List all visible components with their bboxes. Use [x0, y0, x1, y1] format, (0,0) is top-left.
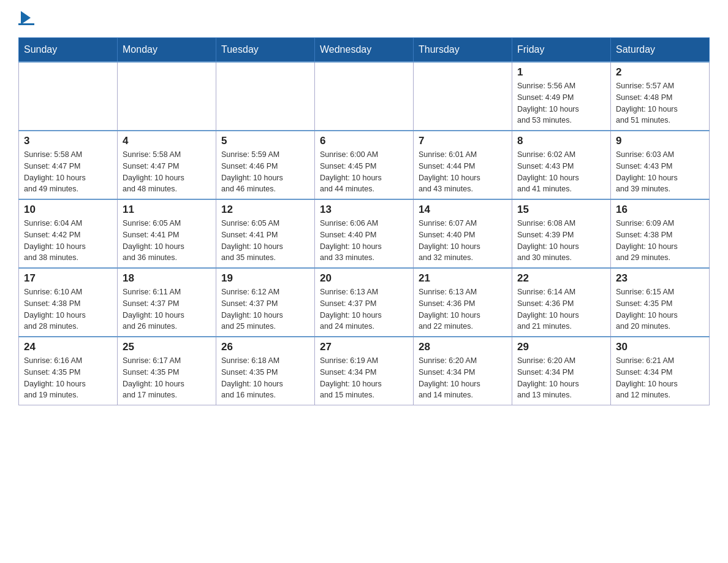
calendar-cell: 23Sunrise: 6:15 AM Sunset: 4:35 PM Dayli…: [611, 268, 710, 337]
day-number: 21: [419, 272, 507, 285]
calendar-cell: 5Sunrise: 5:59 AM Sunset: 4:46 PM Daylig…: [216, 131, 315, 199]
day-info: Sunrise: 6:13 AM Sunset: 4:36 PM Dayligh…: [419, 286, 507, 332]
calendar-week-5: 24Sunrise: 6:16 AM Sunset: 4:35 PM Dayli…: [19, 337, 710, 405]
calendar-cell: 22Sunrise: 6:14 AM Sunset: 4:36 PM Dayli…: [512, 268, 611, 337]
day-info: Sunrise: 6:09 AM Sunset: 4:38 PM Dayligh…: [616, 218, 704, 264]
calendar-cell: 9Sunrise: 6:03 AM Sunset: 4:43 PM Daylig…: [611, 131, 710, 199]
day-number: 12: [221, 204, 309, 216]
day-number: 22: [517, 272, 605, 285]
day-number: 11: [123, 204, 211, 216]
day-number: 29: [517, 341, 605, 353]
logo-arrow-icon: [21, 11, 31, 25]
day-info: Sunrise: 6:16 AM Sunset: 4:35 PM Dayligh…: [24, 355, 112, 401]
day-info: Sunrise: 5:56 AM Sunset: 4:49 PM Dayligh…: [517, 80, 605, 126]
calendar-cell: 25Sunrise: 6:17 AM Sunset: 4:35 PM Dayli…: [118, 337, 216, 405]
day-number: 7: [419, 135, 507, 147]
calendar-header-tuesday: Tuesday: [216, 38, 315, 63]
day-number: 28: [419, 341, 507, 353]
day-info: Sunrise: 6:10 AM Sunset: 4:38 PM Dayligh…: [24, 286, 112, 332]
day-info: Sunrise: 5:57 AM Sunset: 4:48 PM Dayligh…: [616, 80, 704, 126]
day-info: Sunrise: 5:58 AM Sunset: 4:47 PM Dayligh…: [24, 149, 112, 195]
day-number: 15: [517, 204, 605, 216]
calendar-cell: 30Sunrise: 6:21 AM Sunset: 4:34 PM Dayli…: [611, 337, 710, 405]
day-info: Sunrise: 6:03 AM Sunset: 4:43 PM Dayligh…: [616, 149, 704, 195]
calendar-cell: 7Sunrise: 6:01 AM Sunset: 4:44 PM Daylig…: [414, 131, 512, 199]
day-number: 16: [616, 204, 704, 216]
day-number: 20: [320, 272, 408, 285]
day-info: Sunrise: 6:19 AM Sunset: 4:34 PM Dayligh…: [320, 355, 408, 401]
calendar-cell: [19, 62, 118, 131]
day-number: 26: [221, 341, 309, 353]
day-number: 24: [24, 341, 112, 353]
calendar-cell: 26Sunrise: 6:18 AM Sunset: 4:35 PM Dayli…: [216, 337, 315, 405]
calendar-cell: 27Sunrise: 6:19 AM Sunset: 4:34 PM Dayli…: [315, 337, 414, 405]
calendar-cell: 1Sunrise: 5:56 AM Sunset: 4:49 PM Daylig…: [512, 62, 611, 131]
day-info: Sunrise: 6:08 AM Sunset: 4:39 PM Dayligh…: [517, 218, 605, 264]
calendar-cell: [315, 62, 414, 131]
day-info: Sunrise: 5:58 AM Sunset: 4:47 PM Dayligh…: [123, 149, 211, 195]
calendar-week-2: 3Sunrise: 5:58 AM Sunset: 4:47 PM Daylig…: [19, 131, 710, 199]
calendar-cell: [118, 62, 216, 131]
calendar-cell: 16Sunrise: 6:09 AM Sunset: 4:38 PM Dayli…: [611, 199, 710, 268]
day-number: 10: [24, 204, 112, 216]
calendar-cell: 18Sunrise: 6:11 AM Sunset: 4:37 PM Dayli…: [118, 268, 216, 337]
day-info: Sunrise: 6:18 AM Sunset: 4:35 PM Dayligh…: [221, 355, 309, 401]
day-info: Sunrise: 6:14 AM Sunset: 4:36 PM Dayligh…: [517, 286, 605, 332]
day-number: 3: [24, 135, 112, 147]
calendar-cell: 21Sunrise: 6:13 AM Sunset: 4:36 PM Dayli…: [414, 268, 512, 337]
calendar-cell: 11Sunrise: 6:05 AM Sunset: 4:41 PM Dayli…: [118, 199, 216, 268]
day-info: Sunrise: 6:15 AM Sunset: 4:35 PM Dayligh…: [616, 286, 704, 332]
day-info: Sunrise: 6:05 AM Sunset: 4:41 PM Dayligh…: [221, 218, 309, 264]
calendar-cell: [216, 62, 315, 131]
day-number: 30: [616, 341, 704, 353]
calendar-cell: 8Sunrise: 6:02 AM Sunset: 4:43 PM Daylig…: [512, 131, 611, 199]
calendar-table: SundayMondayTuesdayWednesdayThursdayFrid…: [18, 37, 710, 405]
day-info: Sunrise: 6:04 AM Sunset: 4:42 PM Dayligh…: [24, 218, 112, 264]
calendar-cell: 15Sunrise: 6:08 AM Sunset: 4:39 PM Dayli…: [512, 199, 611, 268]
day-number: 2: [616, 66, 704, 79]
calendar-cell: 19Sunrise: 6:12 AM Sunset: 4:37 PM Dayli…: [216, 268, 315, 337]
day-number: 25: [123, 341, 211, 353]
day-info: Sunrise: 6:20 AM Sunset: 4:34 PM Dayligh…: [517, 355, 605, 401]
calendar-week-3: 10Sunrise: 6:04 AM Sunset: 4:42 PM Dayli…: [19, 199, 710, 268]
calendar-cell: 2Sunrise: 5:57 AM Sunset: 4:48 PM Daylig…: [611, 62, 710, 131]
day-number: 5: [221, 135, 309, 147]
day-info: Sunrise: 6:11 AM Sunset: 4:37 PM Dayligh…: [123, 286, 211, 332]
calendar-cell: 14Sunrise: 6:07 AM Sunset: 4:40 PM Dayli…: [414, 199, 512, 268]
calendar-cell: 3Sunrise: 5:58 AM Sunset: 4:47 PM Daylig…: [19, 131, 118, 199]
calendar-cell: 4Sunrise: 5:58 AM Sunset: 4:47 PM Daylig…: [118, 131, 216, 199]
day-info: Sunrise: 6:07 AM Sunset: 4:40 PM Dayligh…: [419, 218, 507, 264]
calendar-week-4: 17Sunrise: 6:10 AM Sunset: 4:38 PM Dayli…: [19, 268, 710, 337]
page-header: [18, 12, 710, 25]
day-info: Sunrise: 5:59 AM Sunset: 4:46 PM Dayligh…: [221, 149, 309, 195]
calendar-week-1: 1Sunrise: 5:56 AM Sunset: 4:49 PM Daylig…: [19, 62, 710, 131]
day-number: 6: [320, 135, 408, 147]
calendar-cell: 10Sunrise: 6:04 AM Sunset: 4:42 PM Dayli…: [19, 199, 118, 268]
day-number: 9: [616, 135, 704, 147]
calendar-header-sunday: Sunday: [19, 38, 118, 63]
calendar-header-row: SundayMondayTuesdayWednesdayThursdayFrid…: [19, 38, 710, 63]
calendar-header-thursday: Thursday: [414, 38, 512, 63]
calendar-cell: 13Sunrise: 6:06 AM Sunset: 4:40 PM Dayli…: [315, 199, 414, 268]
day-number: 17: [24, 272, 112, 285]
day-info: Sunrise: 6:21 AM Sunset: 4:34 PM Dayligh…: [616, 355, 704, 401]
calendar-cell: 24Sunrise: 6:16 AM Sunset: 4:35 PM Dayli…: [19, 337, 118, 405]
day-number: 27: [320, 341, 408, 353]
day-info: Sunrise: 6:20 AM Sunset: 4:34 PM Dayligh…: [419, 355, 507, 401]
day-info: Sunrise: 6:00 AM Sunset: 4:45 PM Dayligh…: [320, 149, 408, 195]
day-number: 19: [221, 272, 309, 285]
calendar-header-friday: Friday: [512, 38, 611, 63]
calendar-header-wednesday: Wednesday: [315, 38, 414, 63]
calendar-cell: 28Sunrise: 6:20 AM Sunset: 4:34 PM Dayli…: [414, 337, 512, 405]
calendar-cell: [414, 62, 512, 131]
day-info: Sunrise: 6:12 AM Sunset: 4:37 PM Dayligh…: [221, 286, 309, 332]
calendar-cell: 6Sunrise: 6:00 AM Sunset: 4:45 PM Daylig…: [315, 131, 414, 199]
day-number: 4: [123, 135, 211, 147]
day-number: 23: [616, 272, 704, 285]
day-number: 14: [419, 204, 507, 216]
day-number: 13: [320, 204, 408, 216]
calendar-cell: 20Sunrise: 6:13 AM Sunset: 4:37 PM Dayli…: [315, 268, 414, 337]
calendar-cell: 12Sunrise: 6:05 AM Sunset: 4:41 PM Dayli…: [216, 199, 315, 268]
day-info: Sunrise: 6:06 AM Sunset: 4:40 PM Dayligh…: [320, 218, 408, 264]
calendar-cell: 29Sunrise: 6:20 AM Sunset: 4:34 PM Dayli…: [512, 337, 611, 405]
